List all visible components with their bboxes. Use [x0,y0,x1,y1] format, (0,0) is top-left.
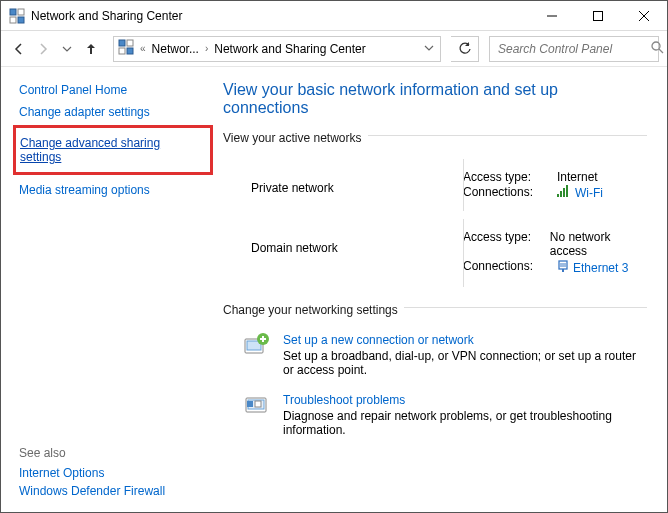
breadcrumb-part[interactable]: Networ... [152,42,199,56]
divider [404,307,647,308]
network-center-icon [118,39,134,58]
connections-label: Connections: [463,185,553,200]
chevron-left-icon[interactable]: « [138,43,148,54]
media-streaming-link[interactable]: Media streaming options [19,183,207,197]
wifi-signal-icon [557,185,571,200]
link-text-line: Change advanced sharing [20,136,160,150]
search-icon[interactable] [651,41,664,57]
task-description: Diagnose and repair network problems, or… [283,409,647,437]
connection-link[interactable]: Wi-Fi [557,185,603,200]
svg-rect-11 [127,48,133,54]
see-also-header: See also [19,446,207,460]
access-type-label: Access type: [463,230,546,258]
connection-link[interactable]: Ethernet 3 [557,259,628,276]
close-button[interactable] [621,1,667,31]
svg-rect-0 [10,9,16,15]
svg-rect-27 [262,336,264,342]
chevron-right-icon[interactable]: › [203,43,210,54]
minimize-button[interactable] [529,1,575,31]
network-entry: Domain network Access type: No network a… [223,215,647,291]
svg-point-12 [652,42,660,50]
svg-rect-2 [10,17,16,23]
change-settings-header: Change your networking settings [223,303,398,317]
network-name: Domain network [251,229,463,255]
search-box[interactable] [489,36,659,62]
firewall-link[interactable]: Windows Defender Firewall [19,484,207,498]
svg-rect-17 [566,185,568,197]
svg-rect-30 [247,401,253,407]
breadcrumb-part[interactable]: Network and Sharing Center [214,42,365,56]
toolbar: « Networ... › Network and Sharing Center [1,31,667,67]
svg-rect-3 [18,17,24,23]
change-advanced-sharing-link[interactable]: Change advanced sharing settings [20,136,206,164]
task-item: Troubleshoot problems Diagnose and repai… [223,387,647,447]
refresh-button[interactable] [451,36,479,62]
svg-rect-15 [560,191,562,197]
svg-rect-14 [557,194,559,197]
recent-dropdown[interactable] [57,39,77,59]
page-heading: View your basic network information and … [223,81,647,117]
sidebar: Control Panel Home Change adapter settin… [1,67,217,512]
access-type-value: Internet [557,170,598,184]
network-name: Private network [251,169,463,195]
connections-label: Connections: [463,259,553,276]
up-button[interactable] [81,39,101,59]
internet-options-link[interactable]: Internet Options [19,466,207,480]
setup-connection-link[interactable]: Set up a new connection or network [283,333,647,347]
maximize-button[interactable] [575,1,621,31]
link-text-line: settings [20,150,61,164]
svg-rect-5 [594,11,603,20]
svg-rect-1 [18,9,24,15]
svg-rect-16 [563,188,565,197]
divider [368,135,647,136]
access-type-label: Access type: [463,170,553,184]
new-connection-icon [243,333,273,359]
window-title: Network and Sharing Center [31,9,182,23]
troubleshoot-link[interactable]: Troubleshoot problems [283,393,647,407]
connection-name: Ethernet 3 [573,261,628,275]
control-panel-home-link[interactable]: Control Panel Home [19,83,207,97]
svg-rect-31 [255,401,261,407]
access-type-value: No network access [550,230,643,258]
network-entry: Private network Access type: Internet Co… [223,155,647,215]
active-networks-header: View your active networks [223,131,362,145]
svg-rect-9 [127,40,133,46]
task-description: Set up a broadband, dial-up, or VPN conn… [283,349,647,377]
content-pane: View your basic network information and … [217,67,667,512]
task-item: Set up a new connection or network Set u… [223,327,647,387]
forward-button[interactable] [33,39,53,59]
titlebar: Network and Sharing Center [1,1,667,31]
ethernet-icon [557,259,569,276]
address-bar[interactable]: « Networ... › Network and Sharing Center [113,36,441,62]
chevron-down-icon[interactable] [422,43,436,55]
change-adapter-settings-link[interactable]: Change adapter settings [19,105,207,119]
highlighted-link-box: Change advanced sharing settings [13,125,213,175]
search-input[interactable] [496,41,651,57]
connection-name: Wi-Fi [575,186,603,200]
network-center-icon [9,8,25,24]
troubleshoot-icon [243,393,273,419]
svg-rect-10 [119,48,125,54]
svg-rect-8 [119,40,125,46]
svg-rect-22 [562,269,564,272]
svg-line-13 [659,49,663,53]
back-button[interactable] [9,39,29,59]
